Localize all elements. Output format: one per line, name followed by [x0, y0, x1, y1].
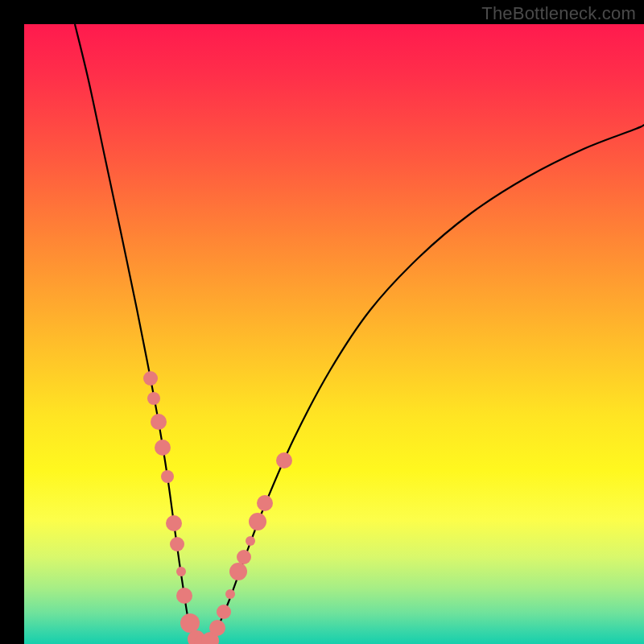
- data-marker: [170, 537, 184, 551]
- data-marker: [257, 495, 273, 511]
- data-marker: [147, 392, 160, 405]
- data-marker: [229, 563, 247, 580]
- data-marker: [161, 470, 174, 483]
- data-marker: [225, 589, 235, 599]
- plot-area: [24, 24, 644, 644]
- data-marker: [217, 605, 231, 619]
- watermark-text: TheBottleneck.com: [481, 3, 636, 24]
- curve-svg: [24, 24, 644, 644]
- data-marker: [249, 513, 266, 530]
- data-marker: [209, 620, 225, 636]
- data-marker: [276, 452, 292, 469]
- data-marker: [155, 440, 171, 456]
- data-marker: [180, 613, 200, 633]
- chart-frame: TheBottleneck.com: [0, 0, 644, 644]
- markers-left-group: [143, 371, 225, 644]
- curve-left-branch: [75, 24, 203, 644]
- data-marker: [176, 588, 192, 604]
- data-marker: [151, 414, 167, 430]
- data-marker: [143, 371, 158, 386]
- curve-right-branch: [203, 125, 644, 644]
- markers-right-group: [217, 452, 292, 619]
- data-marker: [176, 567, 186, 576]
- data-marker: [237, 550, 251, 564]
- data-marker: [166, 515, 182, 531]
- data-marker: [246, 536, 255, 546]
